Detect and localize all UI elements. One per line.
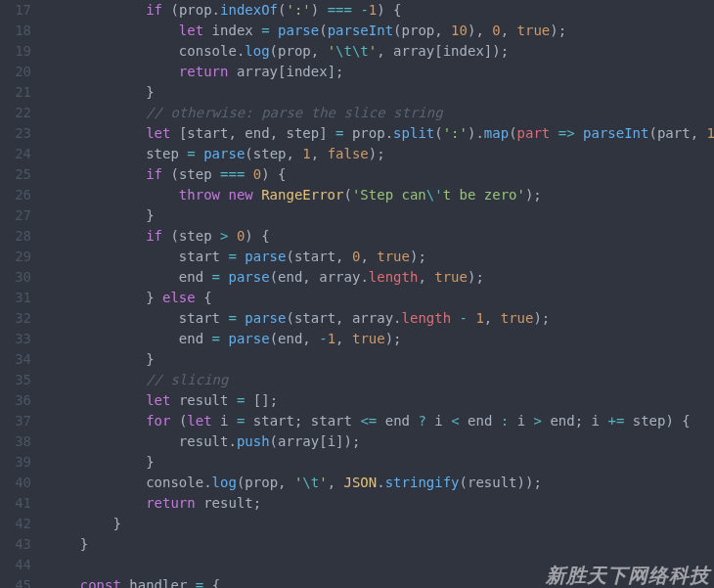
code-token: false [328,146,369,161]
code-token: ]); [484,43,509,59]
code-line[interactable]: let result = []; [47,390,714,411]
code-token: ( [286,249,293,264]
code-token: let [146,392,170,408]
code-token: - [319,331,327,346]
code-line[interactable]: end = parse(end, -1, true); [47,329,714,349]
code-token: 0 [253,166,261,182]
code-token: ) { [377,2,401,18]
code-line[interactable]: } [47,82,714,103]
code-line[interactable]: return array[index]; [47,62,714,82]
code-line[interactable]: throw new RangeError('Step can\'t be zer… [47,185,714,205]
code-token: ( [648,125,656,141]
code-editor[interactable]: 1718192021222324252627282930313233343536… [0,0,714,588]
code-token: ) { [665,413,690,429]
code-line[interactable]: // slicing [47,370,714,390]
code-token: ); [525,187,542,203]
code-token: ' [319,475,327,490]
code-line[interactable]: end = parse(end, array.length, true); [47,267,714,288]
code-token: // otherwise: parse the slice string [146,105,442,120]
code-line[interactable]: } [47,534,714,555]
code-token: index [212,23,253,38]
line-number: 30 [0,267,39,288]
code-token: split [393,125,434,141]
code-line[interactable]: console.log(prop, '\t\t', array[index]); [47,41,714,62]
code-token: start [253,413,294,429]
code-token [245,413,252,429]
line-number: 41 [0,493,39,514]
line-number: 18 [0,21,39,41]
code-line[interactable]: start = parse(start, 0, true); [47,247,714,267]
line-number: 25 [0,164,39,185]
code-token: log [245,43,269,59]
code-token: , [335,310,352,326]
code-line[interactable]: if (prop.indexOf(':') === -1) { [47,0,714,21]
code-token: , [270,125,287,141]
line-number: 31 [0,288,39,308]
code-token: , [278,475,294,490]
code-token [460,413,468,429]
code-token: if [146,228,162,244]
code-token: [ [319,433,327,449]
code-line[interactable]: let index = parse(parseInt(prop, 10), 0,… [47,21,714,41]
code-token: length [369,269,419,285]
code-token: , [335,249,352,264]
code-token: end [278,331,302,346]
code-token: ( [270,433,278,449]
code-line[interactable]: start = parse(start, array.length - 1, t… [47,308,714,329]
code-token: parse [278,23,319,38]
code-area[interactable]: if (prop.indexOf(':') === -1) { let inde… [39,0,714,588]
code-line[interactable]: let [start, end, step] = prop.split(':')… [47,123,714,144]
code-token: <= [360,413,377,429]
code-token: console [179,43,237,59]
code-token: ]; [328,64,344,79]
code-token: ); [369,146,385,161]
code-token: start [187,125,228,141]
code-token [47,43,179,59]
code-token [550,125,558,141]
code-line[interactable]: if (step > 0) { [47,226,714,247]
code-token: = [196,577,203,588]
code-token: new [228,187,252,203]
code-line[interactable]: const handler = { [47,575,714,588]
code-token: prop [352,125,385,141]
code-line[interactable] [47,555,714,575]
code-line[interactable]: if (step === 0) { [47,164,714,185]
code-line[interactable]: step = parse(step, 1, false); [47,144,714,164]
code-line[interactable]: } [47,514,714,534]
code-token: , [311,146,328,161]
code-token: , [335,331,352,346]
code-token: stringify [385,475,460,490]
code-line[interactable]: for (let i = start; start <= end ? i < e… [47,411,714,431]
code-token: for [146,413,170,429]
code-line[interactable]: return result; [47,493,714,514]
code-line[interactable]: console.log(prop, '\t', JSON.stringify(r… [47,473,714,493]
code-token: = [228,249,236,264]
code-token: = [228,310,236,326]
code-token [228,64,236,79]
code-token: index [286,64,327,79]
code-token: return [146,495,196,511]
code-token [228,413,236,429]
code-token: map [484,125,509,141]
code-token: { [196,290,212,305]
code-token [47,125,146,141]
code-token: end [179,269,203,285]
code-token [212,228,220,244]
code-token: , [691,125,707,141]
line-number: 21 [0,82,39,103]
code-token [212,166,220,182]
code-line[interactable]: } [47,205,714,226]
code-line[interactable]: result.push(array[i]); [47,431,714,452]
code-token: [ [170,125,187,141]
code-token: ] [319,125,335,141]
code-line[interactable]: } [47,452,714,473]
code-line[interactable]: } else { [47,288,714,308]
code-line[interactable]: } [47,349,714,370]
code-token: array [237,64,278,79]
code-token [47,310,179,326]
code-token: true [434,269,468,285]
code-token: ]); [335,433,360,449]
code-line[interactable]: // otherwise: parse the slice string [47,103,714,123]
code-token: , [287,146,303,161]
code-token: = [212,269,220,285]
